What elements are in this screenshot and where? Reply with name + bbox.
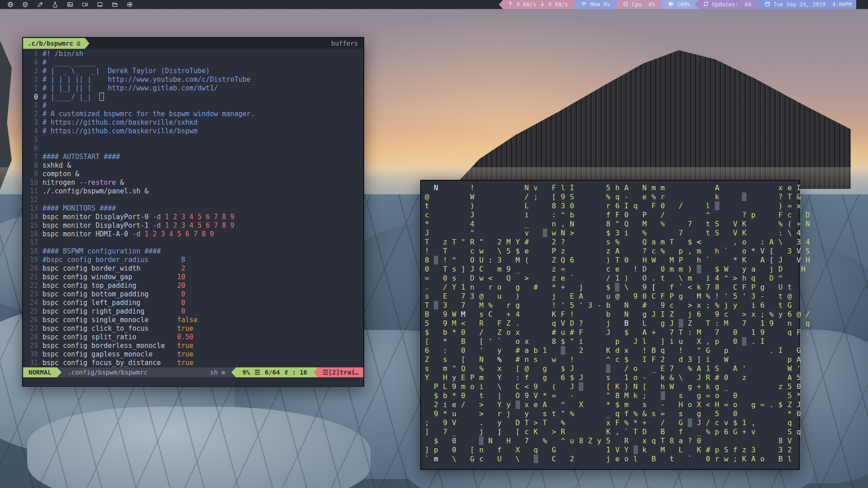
vim-line: 22bspc config top_padding 20 [23,282,363,290]
vim-line: 29bspc config borderless_monocle true [23,342,363,350]
line-number: 15 [26,221,38,230]
vim-mode-indicator: NORMAL [23,367,57,377]
column-position: ℓ : 16 [284,369,307,376]
statusline-arrow [314,367,318,377]
matrix-row: J " v w N > $ 3 i % 7 t S V K : \ 4 [425,229,795,238]
panel-module-volume[interactable]: 100% [663,0,694,9]
vim-statusline: NORMAL .config/bspwm/bspwmrc sh ≡ 9% ☰ 6… [23,367,363,377]
line-number: 19 [26,256,38,264]
vim-line: 8sxhkd & [23,161,363,170]
matrix-trail-block [688,418,692,427]
matrix-row: s m " Q % x [ @ g $ J U / o _ E 7 % A 1 … [425,364,795,373]
panel-module-memory[interactable]: Mem 9% [577,0,614,9]
wallpaper-basalt-mound [451,40,851,189]
matrix-trail-block [742,337,746,346]
line-number: 2 [26,75,38,84]
line-number: 2 [26,110,38,118]
vim-buffer[interactable]: 5#! /bin/sh4# ____ _____3# | _ \_ _| Der… [23,49,363,367]
vim-tabline: .c/b/bspwmrc ≡ buffers [23,38,363,49]
line-number: 28 [26,333,38,342]
matrix-row: 2 i e / > Y y x e A ^ X * $ m s - H o X … [425,400,795,409]
matrix-trail-block: n [579,382,583,391]
line-number: 13 [26,204,38,213]
vim-line: 9compton & [23,170,363,178]
matrix-row: ` m \ G c U \ K C 2 j e o l B t ` 0 r w … [425,455,795,464]
lab-flask-icon[interactable] [52,1,58,8]
line-number: 18 [26,247,38,256]
browser-icon[interactable] [7,1,14,8]
file-manager-icon[interactable] [112,1,118,8]
matrix-row: $ b * 0 t | O 9 V * = - " 8 M k ; \ s g … [425,391,795,400]
matrix-row: s E 7 3 @ u ) j E A u @ 9 0 C F P g M % … [425,292,795,301]
matrix-row: t ) L 8 3 0 r 6 I q F 0 / l T ) = x [425,202,795,211]
matrix-row: 8 ! ^ O U : 3 M ( Z Q 6 ) T 0 H W M P h … [425,256,795,265]
matrix-head-char: M [461,310,465,319]
vim-line: 24bspc config left_padding 0 [23,299,363,307]
line-number: 17 [26,239,38,247]
vim-command-line [23,377,363,386]
matrix-trail-block: p [479,436,483,445]
line-number: 3 [26,67,38,75]
ram-icon [581,1,587,8]
line-number: 22 [26,282,38,290]
matrix-row: ] 7 _ j ] [ c K > R K , ` T D B f _ % p … [425,427,795,436]
matrix-row: Y H y E P m Y : f g 6 $ J s 1 o - k & \ … [425,373,795,382]
line-number: 4 [26,58,38,67]
panel-module-network[interactable]: 0 KB/s0 KB/s [503,0,572,9]
matrix-row: . / Y 1 n r o g # * + j $ * \ 9 [ f ` < … [425,283,795,292]
line-number: 4 [26,127,38,136]
line-number: 27 [26,324,38,333]
panel-module-cpu[interactable]: Cpu 4% [618,0,659,9]
matrix-head-char: : [488,256,493,264]
buffer-list-icon: ≡ [76,40,80,47]
matrix-row: ] p 0 [ n f X q G 1 V Y < k M L K # p S … [425,446,795,455]
matrix-row: $ b * 0 / Z o x # u # F J $ A + 7 T : M … [425,328,795,337]
matrix-row: 5 9 M < R F Z . q V D ? j B L g J I Z T … [425,319,795,328]
vim-line: 28bspc config split_ratio 0.50 [23,333,363,342]
trailing-whitespace-warning: ☲[2]trai… [318,367,363,377]
powerline-separator [614,0,618,9]
display-icon[interactable] [97,1,103,8]
vim-line: 1# | |_| || | http://www.gitlab.com/dwt1… [23,84,363,93]
tab-bspwmrc[interactable]: .c/b/bspwmrc ≡ [23,38,85,49]
line-number: 26 [26,316,38,324]
desktop: 0 KB/s0 KB/sMem 9%Cpu 4%100%Updates: 64T… [0,0,868,488]
vim-line: 16bspc monitor HDMI-A-0 -d 1 2 3 4 5 6 7… [23,230,363,239]
telegram-icon[interactable] [127,1,133,8]
vim-window[interactable]: .c/b/bspwmrc ≡ buffers 5#! /bin/sh4# ___… [22,37,364,387]
matrix-trail-block: < [633,446,638,454]
chip-icon [623,1,629,8]
line-number: 5 [26,50,38,58]
line-number: 20 [26,264,38,273]
line-number: 0 [26,93,38,102]
matrix-row: @ W / ; [ 9 S % q - e % r k ? T & [425,192,795,202]
line-number: 25 [26,307,38,316]
vim-line: 5 [23,136,363,144]
line-number: 29 [26,342,38,350]
matrix-row: 9 * u > r j y s t " % _ q f % & s = s g … [425,409,795,418]
statusline-arrow [57,367,61,377]
line-number: 5 [26,136,38,144]
powerline-separator [659,0,663,9]
vim-line: 13#### MONITORS #### [23,204,363,213]
color-picker-icon[interactable] [37,1,43,8]
tab-title: .c/b/bspwmrc [28,40,73,47]
packages-icon[interactable] [22,1,28,8]
memory-value: Mem 9% [590,1,610,8]
matrix-head-char [534,373,538,382]
image-viewer-icon[interactable] [67,1,73,8]
panel-module-updates[interactable]: Updates: 64 [699,0,756,9]
matrix-row: * 4 _ n , N 8 " Q M % 7 t S V K % ( + N [425,220,795,229]
scroll-percent: 9% [242,369,250,376]
line-number: 16 [26,230,38,239]
video-camera-icon[interactable] [82,1,88,8]
statusline-filetype: sh ≡ [204,367,231,377]
line-number: 3 [26,118,38,127]
speaker-icon [668,1,674,8]
matrix-head-char: < [697,238,701,246]
matrix-grid: N ! N v F l I 5 h A N m m A x e I@ W / ;… [421,181,799,466]
panel-module-clock[interactable]: Tue Sep 24, 2019 4:00PM [760,0,856,9]
cmatrix-terminal-window[interactable]: N ! N v F l I 5 h A N m m A x e I@ W / ;… [420,180,800,470]
matrix-row: P L 9 m o i \ C < 9 ( J n [ K ) N [ h W … [425,382,795,391]
matrix-row: ; 9 V . y D T > T % x F % * + / G J / c … [425,418,795,427]
